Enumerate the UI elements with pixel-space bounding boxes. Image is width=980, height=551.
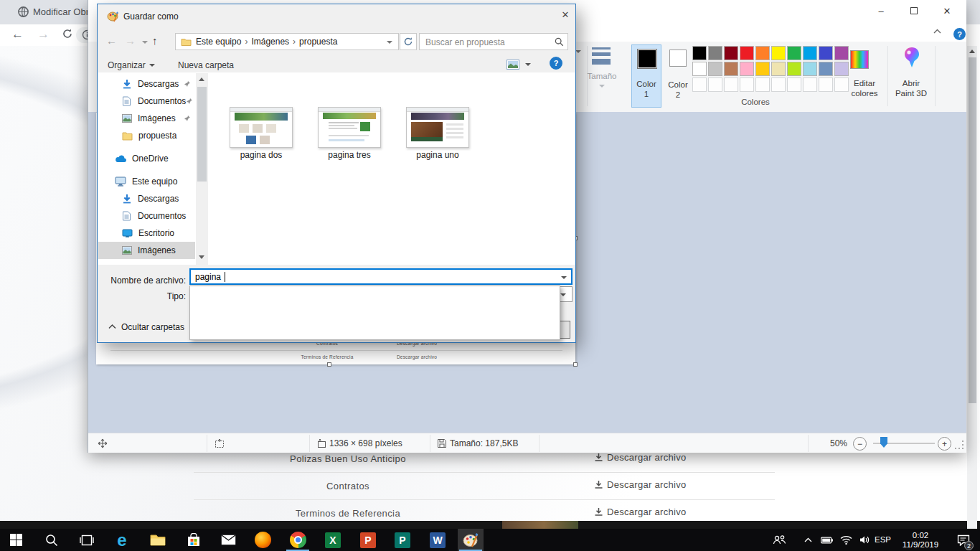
recent-locations-icon[interactable]	[142, 41, 148, 44]
dialog-help-icon[interactable]: ?	[550, 57, 562, 70]
help-icon[interactable]: ?	[953, 28, 966, 40]
battery-icon[interactable]	[816, 529, 837, 551]
palette-empty-cell[interactable]	[724, 77, 738, 92]
palette-swatch[interactable]	[803, 62, 817, 76]
chevron-up-icon[interactable]	[108, 324, 116, 329]
publisher-icon[interactable]: P	[390, 529, 415, 551]
zoom-out-button[interactable]: −	[853, 437, 867, 451]
palette-empty-cell[interactable]	[708, 77, 722, 92]
filetype-dropdown-icon[interactable]	[560, 293, 566, 296]
file-thumbnail-pagina-uno[interactable]	[406, 107, 469, 148]
edit-colors-button[interactable]: Editar colores	[843, 44, 886, 109]
palette-swatch[interactable]	[771, 46, 786, 60]
breadcrumb-dropdown-icon[interactable]	[387, 41, 392, 44]
dialog-close-button[interactable]: ✕	[555, 4, 575, 26]
close-button[interactable]: ✕	[935, 0, 959, 22]
palette-empty-cell[interactable]	[819, 77, 833, 92]
paint-taskbar-icon[interactable]	[458, 529, 484, 551]
browser-reload-button[interactable]	[62, 28, 73, 39]
wifi-icon[interactable]	[836, 529, 856, 551]
palette-swatch[interactable]	[755, 62, 770, 76]
palette-empty-cell[interactable]	[787, 77, 801, 92]
scroll-down-arrow[interactable]	[199, 255, 204, 259]
browser-forward-button[interactable]: →	[37, 27, 50, 42]
search-icon[interactable]	[555, 37, 564, 47]
hide-folders-button[interactable]: Ocultar carpetas	[121, 322, 184, 332]
sidebar-item-imagenes-2[interactable]: Imágenes	[98, 242, 195, 259]
palette-swatch[interactable]	[724, 62, 738, 76]
task-view-button[interactable]	[74, 529, 100, 551]
palette-empty-cell[interactable]	[771, 77, 786, 92]
taskbar-search-button[interactable]	[39, 529, 65, 551]
scroll-up-arrow[interactable]	[199, 77, 204, 81]
file-explorer-icon[interactable]	[145, 529, 171, 551]
filename-dropdown-icon[interactable]	[561, 276, 567, 279]
page-download-link[interactable]: Descargar archivo	[594, 507, 687, 517]
filename-autocomplete-popup[interactable]	[189, 286, 560, 340]
sidebar-item-descargas-2[interactable]: Descargas	[98, 190, 195, 207]
palette-swatch[interactable]	[692, 46, 707, 60]
sidebar-item-este-equipo[interactable]: Este equipo	[98, 173, 195, 190]
palette-swatch[interactable]	[740, 46, 754, 60]
sidebar-item-documentos-2[interactable]: Documentos	[98, 207, 195, 225]
palette-swatch[interactable]	[771, 62, 786, 76]
new-folder-button[interactable]: Nueva carpeta	[178, 60, 234, 70]
sidebar-item-propuesta[interactable]: propuesta	[98, 127, 195, 144]
palette-swatch[interactable]	[708, 46, 722, 60]
sidebar-item-descargas[interactable]: Descargas	[98, 75, 195, 93]
minimize-button[interactable]: –	[869, 0, 893, 22]
gallery-dropdown-icon[interactable]	[575, 50, 581, 53]
word-icon[interactable]: W	[425, 529, 451, 551]
refresh-button[interactable]	[400, 33, 417, 50]
file-thumbnail-pagina-dos[interactable]	[230, 107, 293, 148]
palette-swatch[interactable]	[740, 62, 754, 76]
browser-scrollbar[interactable]	[967, 46, 977, 529]
open-paint3d-button[interactable]: Abrir Paint 3D	[890, 44, 932, 109]
firefox-icon[interactable]	[250, 529, 275, 551]
sidebar-item-documentos[interactable]: Documentos	[98, 93, 195, 110]
file-thumbnail-pagina-tres[interactable]	[318, 107, 381, 148]
zoom-slider-thumb[interactable]	[880, 437, 887, 448]
palette-swatch[interactable]	[755, 46, 770, 60]
start-button[interactable]	[3, 529, 29, 551]
clock[interactable]: 0:02 11/9/2019	[895, 531, 946, 550]
scrollbar-thumb[interactable]	[197, 87, 207, 182]
size-button[interactable]: Tamaño	[582, 44, 622, 109]
canvas-resize-handle-corner[interactable]	[573, 362, 578, 367]
scroll-up-arrow[interactable]	[969, 50, 975, 53]
color1-button[interactable]: Color 1	[631, 44, 661, 108]
palette-swatch[interactable]	[819, 62, 833, 76]
color2-button[interactable]: Color 2	[664, 44, 692, 108]
palette-swatch[interactable]	[708, 62, 722, 76]
sidebar-item-imagenes[interactable]: Imágenes	[98, 110, 195, 127]
volume-icon[interactable]	[854, 529, 875, 551]
excel-icon[interactable]: X	[320, 529, 346, 551]
palette-empty-cell[interactable]	[755, 77, 770, 92]
sidebar-scrollbar[interactable]	[196, 73, 208, 265]
scrollbar-thumb[interactable]	[969, 57, 976, 403]
collapse-ribbon-icon[interactable]	[933, 29, 941, 34]
dialog-back-button[interactable]: ←	[106, 34, 117, 47]
breadcrumb-segment[interactable]: propuesta	[299, 37, 337, 47]
page-download-link[interactable]: Descargar archivo	[594, 479, 687, 490]
dialog-up-button[interactable]: ↑	[152, 34, 158, 47]
palette-swatch[interactable]	[692, 62, 707, 76]
dialog-forward-button[interactable]: →	[125, 34, 136, 47]
zoom-in-button[interactable]: +	[938, 437, 951, 451]
palette-swatch[interactable]	[787, 62, 801, 76]
page-download-link[interactable]: Descargar archivo	[594, 452, 687, 463]
microsoft-store-icon[interactable]	[181, 529, 207, 551]
cancel-button-edge[interactable]	[559, 321, 570, 339]
language-indicator[interactable]: ESP	[875, 535, 891, 544]
breadcrumb-segment[interactable]: Este equipo	[196, 37, 241, 47]
palette-swatch[interactable]	[803, 46, 817, 60]
palette-swatch[interactable]	[724, 46, 738, 60]
people-icon[interactable]	[768, 529, 791, 551]
palette-empty-cell[interactable]	[692, 77, 707, 92]
maximize-button[interactable]	[902, 0, 926, 22]
views-button[interactable]	[507, 60, 531, 70]
powerpoint-icon[interactable]: P	[355, 529, 381, 551]
search-input[interactable]: Buscar en propuesta	[419, 33, 568, 50]
sidebar-item-onedrive[interactable]: OneDrive	[98, 150, 195, 167]
mail-icon[interactable]	[215, 529, 241, 551]
